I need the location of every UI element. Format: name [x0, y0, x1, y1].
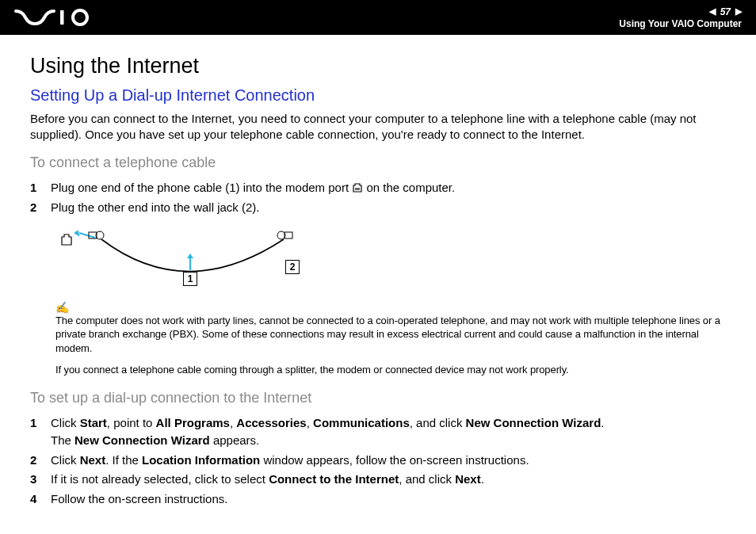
note-text: The computer does not work with party li… [55, 314, 726, 356]
svg-line-2 [79, 233, 95, 238]
note-block: ✍ The computer does not work with party … [55, 301, 726, 356]
svg-rect-0 [60, 10, 64, 25]
subsection-heading: To connect a telephone cable [30, 154, 726, 171]
list-item: 4Follow the on-screen instructions. [30, 490, 726, 509]
section-heading: Setting Up a Dial-up Internet Connection [30, 86, 726, 105]
diagram-callout-2: 2 [285, 260, 300, 274]
vaio-logo [14, 9, 101, 26]
page-number: 57 [720, 6, 731, 17]
list-item: 1 Plug one end of the phone cable (1) in… [30, 179, 726, 198]
prev-page-arrow[interactable]: ◀ [709, 6, 716, 17]
cable-diagram: 1 2 [55, 228, 317, 293]
steps-list-1: 1 Plug one end of the phone cable (1) in… [30, 179, 726, 217]
page-content: Using the Internet Setting Up a Dial-up … [0, 35, 756, 508]
list-item: 1Click Start, point to All Programs, Acc… [30, 414, 726, 450]
svg-point-1 [73, 10, 87, 25]
list-item: 3If it is not already selected, click to… [30, 471, 726, 489]
subsection-heading: To set up a dial-up connection to the In… [30, 390, 726, 406]
next-page-arrow[interactable]: ▶ [735, 6, 742, 17]
page-navigation: ◀ 57 ▶ [709, 6, 742, 17]
intro-paragraph: Before you can connect to the Internet, … [30, 111, 726, 143]
svg-marker-7 [187, 254, 193, 258]
modem-port-icon [352, 180, 363, 198]
list-item: 2 Plug the other end into the wall jack … [30, 199, 726, 217]
list-item: 2Click Next. If the Location Information… [30, 452, 726, 470]
page-title: Using the Internet [30, 54, 726, 78]
header-bar: ◀ 57 ▶ Using Your VAIO Computer [0, 0, 756, 35]
svg-marker-3 [74, 231, 79, 236]
steps-list-2: 1Click Start, point to All Programs, Acc… [30, 414, 726, 509]
note-text: If you connect a telephone cable coming … [55, 363, 726, 377]
note-icon: ✍ [55, 301, 726, 314]
diagram-callout-1: 1 [183, 272, 197, 286]
note-block: If you connect a telephone cable coming … [55, 363, 726, 377]
breadcrumb: Using Your VAIO Computer [619, 18, 742, 29]
